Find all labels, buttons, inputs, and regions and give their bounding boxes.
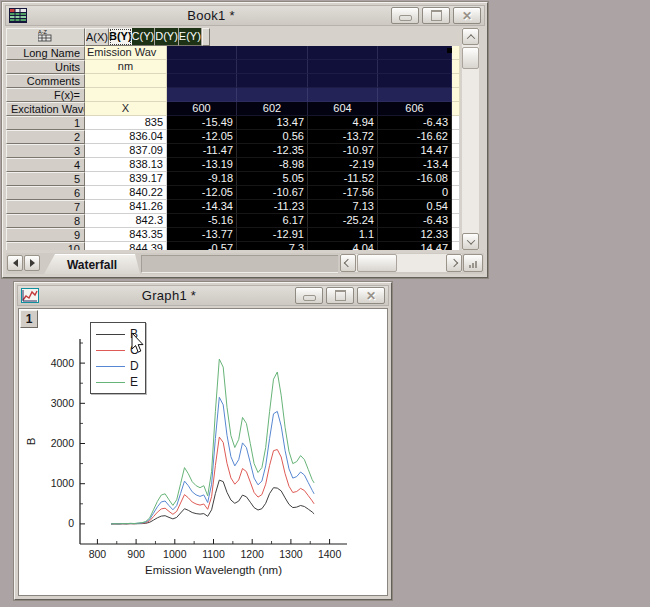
cell-a[interactable]: 842.3: [85, 214, 167, 228]
graph1-maximize-button[interactable]: [326, 287, 354, 304]
cell-partial[interactable]: [452, 186, 460, 200]
cell-partial[interactable]: [452, 46, 460, 60]
tab-scroll-right-button[interactable]: [24, 255, 40, 271]
scroll-up-button[interactable]: [462, 28, 479, 45]
vscroll-thumb[interactable]: [462, 47, 479, 69]
cell-partial[interactable]: [452, 144, 460, 158]
horizontal-scrollbar[interactable]: [340, 254, 462, 272]
cell-e[interactable]: -6.43: [378, 214, 452, 228]
cell-b[interactable]: 600: [167, 102, 237, 116]
cell-b[interactable]: -14.34: [167, 200, 237, 214]
cell-a[interactable]: 839.17: [85, 172, 167, 186]
cell-a[interactable]: 835: [85, 116, 167, 130]
cell-e[interactable]: -6.43: [378, 116, 452, 130]
cell-b[interactable]: [167, 46, 237, 60]
cell-a[interactable]: 837.09: [85, 144, 167, 158]
cell-partial[interactable]: [452, 88, 460, 102]
cell-b[interactable]: -12.05: [167, 130, 237, 144]
cell-e[interactable]: -13.4: [378, 158, 452, 172]
cell-partial[interactable]: [452, 116, 460, 130]
cell-c[interactable]: [237, 74, 308, 88]
cell-c[interactable]: -11.23: [237, 200, 308, 214]
selection-handle[interactable]: [447, 48, 452, 53]
row-label-comments[interactable]: Comments: [6, 74, 85, 88]
row-label-excitation-wavel[interactable]: Excitation Wavel: [6, 102, 85, 116]
cell-a[interactable]: 844.39: [85, 242, 167, 250]
cell-a[interactable]: 841.26: [85, 200, 167, 214]
scroll-left-button[interactable]: [340, 254, 356, 272]
cell-b[interactable]: -12.05: [167, 186, 237, 200]
cell-b[interactable]: -15.49: [167, 116, 237, 130]
row-label-f-x--[interactable]: F(x)=: [6, 88, 85, 102]
cell-d[interactable]: -10.97: [308, 144, 378, 158]
row-header-6[interactable]: 6: [6, 186, 85, 200]
cell-e[interactable]: [378, 60, 452, 74]
book1-window[interactable]: Book1 * ✕ A-ZA(X)B(Y)C(Y)D(Y)E(Y)Long Na…: [2, 2, 488, 278]
row-header-2[interactable]: 2: [6, 130, 85, 144]
row-header-7[interactable]: 7: [6, 200, 85, 214]
column-header-b[interactable]: B(Y): [109, 28, 132, 46]
tab-scroll-left-button[interactable]: [7, 255, 23, 271]
column-header-a[interactable]: A(X): [85, 28, 109, 46]
cell-d[interactable]: [308, 74, 378, 88]
cell-c[interactable]: 0.56: [237, 130, 308, 144]
cell-c[interactable]: -12.35: [237, 144, 308, 158]
row-header-8[interactable]: 8: [6, 214, 85, 228]
cell-a-excitation-wavel[interactable]: X: [85, 102, 167, 116]
row-header-10[interactable]: 10: [6, 242, 85, 250]
row-header-4[interactable]: 4: [6, 158, 85, 172]
cell-d[interactable]: -13.72: [308, 130, 378, 144]
cell-e[interactable]: [378, 74, 452, 88]
cell-d[interactable]: -17.56: [308, 186, 378, 200]
cell-e[interactable]: 0.54: [378, 200, 452, 214]
cell-e[interactable]: [378, 88, 452, 102]
cell-d[interactable]: [308, 46, 378, 60]
cell-b[interactable]: -0.57: [167, 242, 237, 250]
row-header-9[interactable]: 9: [6, 228, 85, 242]
clipped-row[interactable]: 10844.39-0.577.34.0414.47: [6, 242, 461, 250]
graph1-titlebar[interactable]: Graph1 * ✕: [17, 285, 389, 306]
column-header-d[interactable]: D(Y): [155, 28, 179, 46]
cell-b[interactable]: -5.16: [167, 214, 237, 228]
legend-entry-E[interactable]: E: [96, 374, 139, 390]
graph1-window[interactable]: Graph1 * ✕ 1 800900100011001200130014000…: [14, 282, 392, 600]
cell-d[interactable]: -11.52: [308, 172, 378, 186]
cell-c[interactable]: 5.05: [237, 172, 308, 186]
cell-b[interactable]: -9.18: [167, 172, 237, 186]
book1-maximize-button[interactable]: [422, 7, 450, 24]
cell-e[interactable]: 14.47: [378, 144, 452, 158]
cell-d[interactable]: [308, 60, 378, 74]
cell-a-long-name[interactable]: Emission Wav: [85, 46, 167, 60]
hscroll-thumb[interactable]: [357, 254, 397, 272]
cell-a-f-x--[interactable]: [85, 88, 167, 102]
legend-entry-D[interactable]: D: [96, 358, 139, 374]
cell-e[interactable]: 0: [378, 186, 452, 200]
cell-e[interactable]: -16.08: [378, 172, 452, 186]
cell-a-units[interactable]: nm: [85, 60, 167, 74]
book1-minimize-button[interactable]: [391, 7, 419, 24]
book1-close-button[interactable]: ✕: [453, 7, 481, 24]
cell-c[interactable]: -12.91: [237, 228, 308, 242]
row-header-3[interactable]: 3: [6, 144, 85, 158]
cell-d[interactable]: 4.94: [308, 116, 378, 130]
cell-d[interactable]: 1.1: [308, 228, 378, 242]
cell-a[interactable]: 838.13: [85, 158, 167, 172]
book1-titlebar[interactable]: Book1 * ✕: [5, 5, 485, 26]
cell-d[interactable]: [308, 88, 378, 102]
cell-d[interactable]: -2.19: [308, 158, 378, 172]
cell-partial[interactable]: [452, 74, 460, 88]
cell-c[interactable]: 13.47: [237, 116, 308, 130]
row-header-5[interactable]: 5: [6, 172, 85, 186]
cell-b[interactable]: [167, 88, 237, 102]
cell-d[interactable]: -25.24: [308, 214, 378, 228]
scroll-down-button[interactable]: [462, 233, 479, 250]
cell-partial[interactable]: [452, 172, 460, 186]
column-header-partial[interactable]: [202, 28, 210, 46]
cell-a[interactable]: 836.04: [85, 130, 167, 144]
graph1-minimize-button[interactable]: [295, 287, 323, 304]
cell-partial[interactable]: [452, 60, 460, 74]
cell-partial[interactable]: [452, 130, 460, 144]
cell-c[interactable]: 6.17: [237, 214, 308, 228]
corner-selector-cell[interactable]: A-Z: [6, 28, 85, 46]
cell-c[interactable]: [237, 88, 308, 102]
